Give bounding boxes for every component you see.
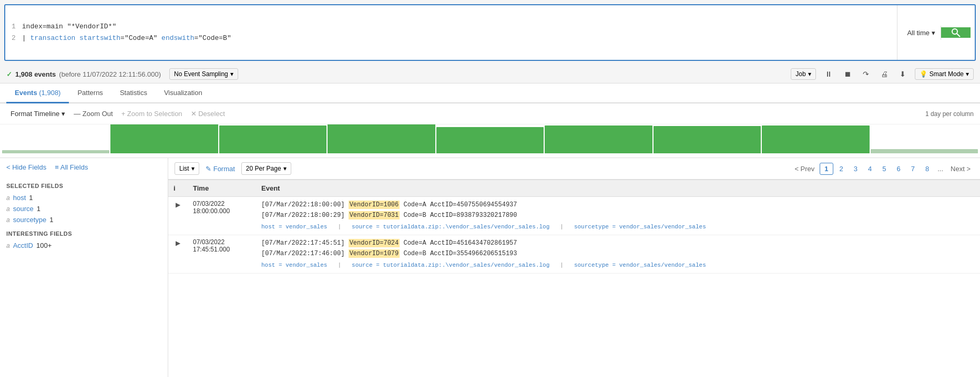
smart-mode-button[interactable]: 💡 Smart Mode ▾ xyxy=(915,68,974,80)
svg-point-0 xyxy=(952,29,957,34)
tab-statistics-label: Statistics xyxy=(120,89,147,97)
page-8[interactable]: 8 xyxy=(921,163,933,174)
tab-patterns-label: Patterns xyxy=(77,89,103,97)
row1-meta-source: source = tutorialdata.zip:.\vendor_sales… xyxy=(352,223,549,232)
row2-expand-button[interactable]: ▶ xyxy=(173,238,182,248)
smart-mode-chevron-icon: ▾ xyxy=(966,70,969,78)
timeline-bar-5[interactable] xyxy=(545,125,652,153)
page-dots: ... xyxy=(935,163,945,174)
page-6[interactable]: 6 xyxy=(893,163,905,174)
job-button[interactable]: Job ▾ xyxy=(791,68,815,80)
timeline-bar-container xyxy=(0,124,980,153)
job-chevron-icon: ▾ xyxy=(808,70,811,78)
pause-button[interactable]: ⏸ xyxy=(822,68,835,80)
zoom-selection-button[interactable]: + Zoom to Selection xyxy=(117,108,187,120)
host-field-type: a xyxy=(6,194,10,202)
row2-time: 07/03/2022 17:45:51.000 xyxy=(188,235,256,274)
tabs-bar: Events (1,908) Patterns Statistics Visua… xyxy=(0,83,980,103)
acctid-field-name: AcctID xyxy=(13,242,33,249)
format-timeline-button[interactable]: Format Timeline ▾ xyxy=(6,108,69,120)
row1-expand[interactable]: ▶ xyxy=(168,197,188,235)
row1-time-value: 18:00:00.000 xyxy=(193,207,251,215)
page-4[interactable]: 4 xyxy=(864,163,876,174)
next-button[interactable]: Next > xyxy=(947,163,974,174)
tab-patterns[interactable]: Patterns xyxy=(69,83,111,103)
source-field-name: source xyxy=(13,205,34,213)
interesting-fields-title: INTERESTING FIELDS xyxy=(6,231,161,237)
deselect-label: ✕ Deselect xyxy=(191,110,225,118)
tab-statistics[interactable]: Statistics xyxy=(111,83,156,103)
timeline-bar-1[interactable] xyxy=(110,124,218,153)
page-3[interactable]: 3 xyxy=(850,163,862,174)
smart-mode-icon: 💡 xyxy=(920,70,927,78)
time-picker[interactable]: All time ▾ xyxy=(902,26,941,40)
zoom-out-label: — Zoom Out xyxy=(74,110,113,118)
sidebar-header: < Hide Fields ≡ All Fields xyxy=(6,163,161,175)
all-fields-button[interactable]: ≡ All Fields xyxy=(55,163,88,171)
search-icon xyxy=(951,27,961,38)
sidebar-item-host[interactable]: a host 1 xyxy=(6,192,161,203)
row1-event: [07/Mar/2022:18:00:00] VendorID=1006 Cod… xyxy=(256,197,980,235)
row1-time: 07/03/2022 18:00:00.000 xyxy=(188,197,256,235)
row2-meta: host = vendor_sales | source = tutoriald… xyxy=(261,261,975,270)
events-table: i Time Event ▶ 07/03/2022 18:00:00.000 xyxy=(168,180,980,274)
replay-button[interactable]: ↷ xyxy=(860,68,872,80)
print-button[interactable]: 🖨 xyxy=(878,68,891,80)
deselect-button[interactable]: ✕ Deselect xyxy=(187,108,229,120)
row2-expand[interactable]: ▶ xyxy=(168,235,188,274)
per-page-label: 20 Per Page xyxy=(246,165,281,172)
search-input[interactable]: 1index=main "*VendorID*" 2| transaction … xyxy=(5,5,897,60)
timeline-chart xyxy=(0,124,980,158)
timeline-bar-4[interactable] xyxy=(436,127,544,154)
svg-line-1 xyxy=(957,34,960,37)
chevron-down-icon: ▾ xyxy=(932,29,935,37)
list-button[interactable]: List ▾ xyxy=(175,162,199,175)
stop-button[interactable]: ⏹ xyxy=(841,68,854,80)
source-field-type: a xyxy=(6,205,10,213)
search-bar: 1index=main "*VendorID*" 2| transaction … xyxy=(4,4,976,61)
sidebar-item-source[interactable]: a source 1 xyxy=(6,203,161,214)
page-5[interactable]: 5 xyxy=(878,163,890,174)
search-button[interactable] xyxy=(941,27,971,38)
timeline-bar-6[interactable] xyxy=(654,126,761,153)
pagination: < Prev 1 2 3 4 5 6 7 8 ... Next > xyxy=(791,163,974,175)
sidebar-item-sourcetype[interactable]: a sourcetype 1 xyxy=(6,214,161,225)
format-label: Format xyxy=(213,165,235,173)
all-fields-label: ≡ All Fields xyxy=(55,163,88,171)
timeline-bar-8[interactable] xyxy=(871,149,978,153)
sampling-button[interactable]: No Event Sampling ▾ xyxy=(169,68,238,80)
per-page-button[interactable]: 20 Per Page ▾ xyxy=(241,162,291,175)
page-1[interactable]: 1 xyxy=(820,163,833,175)
main-content: < Hide Fields ≡ All Fields SELECTED FIEL… xyxy=(0,158,980,377)
row2-event-line2: [07/Mar/2022:17:46:00] VendorID=1079 Cod… xyxy=(261,249,975,259)
page-7[interactable]: 7 xyxy=(907,163,919,174)
page-2[interactable]: 2 xyxy=(835,163,848,174)
tab-visualization[interactable]: Visualization xyxy=(156,83,211,103)
hide-fields-button[interactable]: < Hide Fields xyxy=(6,163,46,171)
sidebar-item-acctid[interactable]: a AcctID 100+ xyxy=(6,240,161,251)
row1-event-line2: [07/Mar/2022:18:00:29] VendorID=7031 Cod… xyxy=(261,211,975,221)
sidebar: < Hide Fields ≡ All Fields SELECTED FIEL… xyxy=(0,158,168,377)
tab-events[interactable]: Events (1,908) xyxy=(6,83,69,103)
th-event: Event xyxy=(256,180,980,197)
host-field-name: host xyxy=(13,194,26,202)
status-bar: ✓ 1,908 events (before 11/07/2022 12:11:… xyxy=(0,65,980,83)
format-button[interactable]: ✎ Format xyxy=(206,165,235,173)
tab-visualization-label: Visualization xyxy=(164,89,202,97)
row1-event-line1: [07/Mar/2022:18:00:00] VendorID=1006 Cod… xyxy=(261,200,975,210)
acctid-field-count: 100+ xyxy=(36,242,52,249)
check-icon: ✓ xyxy=(6,70,12,78)
export-button[interactable]: ⬇ xyxy=(897,68,908,80)
zoom-out-button[interactable]: — Zoom Out xyxy=(69,108,117,120)
tab-events-count: (1,908) xyxy=(39,89,60,97)
source-field-count: 1 xyxy=(37,205,40,213)
timeline-bar-2[interactable] xyxy=(219,125,326,153)
sourcetype-field-name: sourcetype xyxy=(13,216,47,224)
row2-meta-source: source = tutorialdata.zip:.\vendor_sales… xyxy=(352,261,549,270)
prev-button[interactable]: < Prev xyxy=(791,163,818,174)
timeline-bar-0[interactable] xyxy=(2,150,109,154)
timeline-bar-7[interactable] xyxy=(762,125,869,153)
row1-expand-button[interactable]: ▶ xyxy=(173,200,182,210)
timeline-bar-3[interactable] xyxy=(328,124,435,153)
row2-meta-sourcetype: sourcetype = vendor_sales/vendor_sales xyxy=(574,261,706,270)
